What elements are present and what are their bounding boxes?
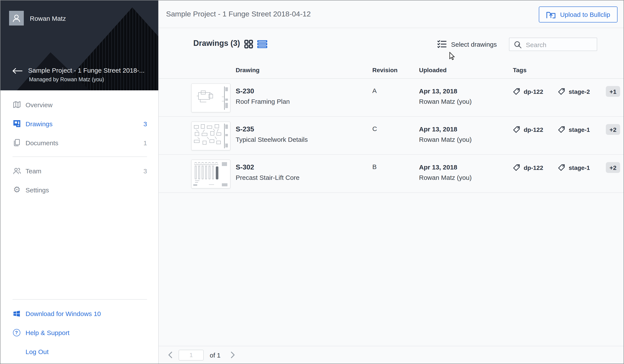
documents-icon — [13, 138, 21, 147]
grid-view-icon[interactable] — [244, 39, 253, 49]
app-window: Rowan Matz Sample Project - 1 Funge Stre… — [0, 0, 624, 364]
tag-chip[interactable]: dp-122 — [513, 88, 543, 95]
column-header-tags: Tags — [513, 62, 526, 79]
sidebar-item-count: 3 — [143, 167, 147, 174]
drawings-icon — [13, 119, 21, 128]
uploaded-cell: Apr 13, 2018 Rowan Matz (you) — [419, 124, 471, 144]
column-header-uploaded: Uploaded — [419, 62, 447, 79]
stair-core-preview — [192, 160, 230, 188]
drawing-thumbnail[interactable] — [191, 122, 231, 151]
sidebar-item-overview[interactable]: Overview — [0, 95, 158, 114]
uploaded-by: Rowan Matz (you) — [419, 96, 471, 106]
folder-upload-icon — [546, 11, 556, 18]
drawing-code: S-302 — [236, 162, 299, 172]
tags-cell: dp-122 stage-2 — [513, 88, 604, 95]
uploaded-by: Rowan Matz (you) — [419, 134, 471, 144]
footer-divider — [13, 299, 147, 300]
uploaded-date: Apr 13, 2018 — [419, 162, 471, 172]
search-input[interactable] — [525, 38, 596, 52]
roof-plan-preview — [192, 84, 230, 112]
logout-label: Log Out — [26, 348, 49, 355]
project-title: Sample Project - 1 Funge Street 2018-... — [28, 67, 154, 74]
sidebar-item-drawings[interactable]: Drawings 3 — [0, 114, 158, 133]
tag-chip[interactable]: dp-122 — [513, 126, 543, 133]
avatar[interactable] — [9, 11, 24, 26]
topbar: Sample Project - 1 Funge Street 2018-04-… — [159, 0, 624, 28]
project-header-image: Rowan Matz Sample Project - 1 Funge Stre… — [0, 0, 158, 90]
tag-icon — [513, 164, 520, 171]
team-icon — [13, 166, 21, 175]
tag-chip[interactable]: stage-1 — [558, 126, 590, 133]
sidebar-item-label: Settings — [26, 186, 147, 193]
sidebar-item-documents[interactable]: Documents 1 — [0, 133, 158, 152]
sidebar-item-label: Overview — [26, 101, 147, 108]
download-windows-link[interactable]: Download for Windows 10 — [0, 304, 158, 323]
project-subtitle: Managed by Rowan Matz (you) — [29, 77, 104, 82]
tag-icon — [558, 164, 565, 171]
chevron-right-icon[interactable] — [229, 351, 236, 358]
tag-label: stage-1 — [569, 164, 590, 171]
sidebar-item-count: 1 — [143, 139, 147, 146]
help-icon: ? — [13, 329, 20, 336]
logout-link[interactable]: Log Out — [0, 342, 158, 361]
drawing-title: Typical Steelwork Details — [236, 134, 308, 144]
help-support-link[interactable]: ? Help & Support — [0, 323, 158, 342]
sidebar-item-count: 3 — [143, 120, 147, 127]
checklist-icon — [437, 40, 447, 49]
tag-chip[interactable]: stage-1 — [558, 164, 590, 171]
drawing-code: S-235 — [236, 124, 308, 134]
steelwork-details-preview — [192, 122, 230, 150]
table-row[interactable]: S-235 Typical Steelwork Details C Apr 13… — [159, 117, 624, 155]
person-icon — [12, 13, 21, 23]
back-arrow-icon[interactable] — [12, 68, 23, 74]
drawing-title: Precast Stair-Lift Core — [236, 173, 299, 182]
more-tags-badge[interactable]: +2 — [606, 124, 620, 135]
column-header-drawing: Drawing — [236, 62, 260, 79]
drawings-heading: Drawings (3) — [193, 39, 240, 48]
tags-cell: dp-122 stage-1 — [513, 164, 604, 171]
windows-icon — [13, 310, 20, 317]
pagination-bar: of 1 — [159, 346, 624, 364]
tags-cell: dp-122 stage-1 — [513, 126, 604, 133]
sidebar-item-settings[interactable]: ⚙ Settings — [0, 180, 158, 199]
table-row[interactable]: S-230 Roof Framing Plan A Apr 13, 2018 R… — [159, 79, 624, 117]
tag-chip[interactable]: dp-122 — [513, 164, 543, 171]
help-support-label: Help & Support — [26, 329, 69, 336]
select-drawings-button[interactable]: Select drawings — [437, 40, 497, 49]
mouse-cursor — [449, 52, 455, 62]
user-name: Rowan Matz — [30, 14, 66, 22]
drawing-name-cell: S-235 Typical Steelwork Details — [236, 124, 308, 144]
tag-icon — [558, 88, 565, 95]
upload-button-label: Upload to Bullclip — [560, 11, 610, 18]
revision-cell: A — [372, 87, 377, 94]
more-tags-badge[interactable]: +2 — [606, 162, 620, 173]
drawing-thumbnail[interactable] — [191, 83, 231, 112]
drawing-code: S-230 — [236, 86, 290, 96]
tag-label: stage-1 — [569, 126, 590, 133]
user-account[interactable]: Rowan Matz — [9, 11, 66, 26]
drawing-thumbnail[interactable] — [191, 159, 231, 188]
gear-icon: ⚙ — [13, 185, 21, 194]
tag-label: stage-2 — [569, 88, 590, 95]
tag-label: dp-122 — [524, 126, 543, 133]
nav-divider — [13, 156, 147, 157]
page-number-input[interactable] — [179, 350, 204, 360]
search-icon — [514, 41, 522, 49]
select-drawings-label: Select drawings — [451, 40, 497, 48]
drawing-title: Roof Framing Plan — [236, 96, 290, 106]
upload-to-bullclip-button[interactable]: Upload to Bullclip — [539, 6, 618, 23]
tag-chip[interactable]: stage-2 — [558, 88, 590, 95]
uploaded-cell: Apr 13, 2018 Rowan Matz (you) — [419, 86, 471, 106]
sidebar-nav: Overview Drawings 3 Documents 1 — [0, 95, 158, 199]
sidebar-item-label: Documents — [26, 139, 143, 146]
search-box — [509, 38, 597, 51]
uploaded-by: Rowan Matz (you) — [419, 173, 471, 182]
uploaded-date: Apr 13, 2018 — [419, 86, 471, 96]
table-row[interactable]: S-302 Precast Stair-Lift Core B Apr 13, … — [159, 155, 624, 193]
sidebar-item-team[interactable]: Team 3 — [0, 161, 158, 180]
list-view-icon[interactable] — [257, 39, 266, 49]
more-tags-badge[interactable]: +1 — [606, 86, 620, 97]
main-panel: Sample Project - 1 Funge Street 2018-04-… — [159, 0, 624, 364]
chevron-left-icon[interactable] — [166, 351, 173, 358]
page-count-label: of 1 — [210, 351, 221, 359]
